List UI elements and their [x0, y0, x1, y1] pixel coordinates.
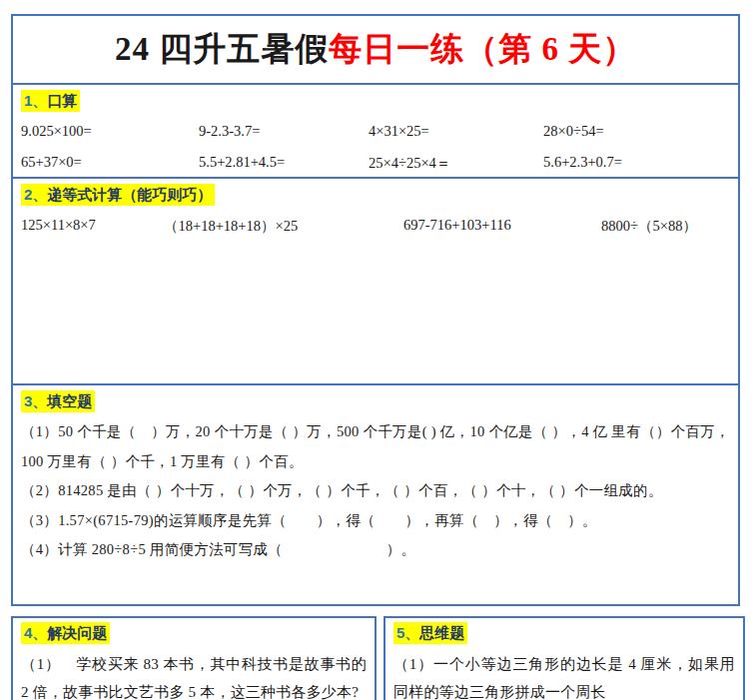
- section4-number: 4、: [24, 624, 47, 641]
- oral-problem: 25×4÷25×4＝: [369, 154, 543, 173]
- fill-blank-item: （3）1.57×(6715-79)的运算顺序是先算（ ），得（ ），再算（ ），…: [21, 506, 730, 536]
- section2-number: 2、: [24, 186, 47, 203]
- fill-blank-items: （1）50 个千是（ ）万，20 个十万是（ ）万，500 个千万是( ) 亿，…: [21, 417, 730, 565]
- stepwise-problem: 125×11×8×7: [21, 217, 164, 236]
- section3-number: 3、: [24, 392, 47, 409]
- section1-heading: 1、口算: [21, 90, 80, 112]
- section-fill-blanks: 3、填空题 （1）50 个千是（ ）万，20 个十万是（ ）万，500 个千万是…: [13, 383, 738, 604]
- section4-title: 解决问题: [47, 624, 107, 641]
- stepwise-problem: 697-716+103+116: [403, 217, 601, 236]
- section1-title: 口算: [47, 92, 77, 109]
- oral-calc-problems: 9.025×100= 9-2.3-3.7= 4×31×25= 28×0÷54= …: [21, 123, 730, 173]
- fill-blank-item: （1）50 个千是（ ）万，20 个十万是（ ）万，500 个千万是( ) 亿，…: [21, 417, 730, 476]
- section2-heading: 2、递等式计算（能巧则巧）: [21, 184, 215, 206]
- title-black-part: 24 四升五暑假: [115, 27, 329, 72]
- title-red-part: 每日一练（第 6 天）: [329, 27, 636, 72]
- oral-problem: 28×0÷54=: [543, 123, 730, 140]
- oral-problem: 65+37×0=: [21, 154, 199, 173]
- section3-title: 填空题: [47, 392, 92, 409]
- section3-heading: 3、填空题: [21, 390, 95, 412]
- worksheet-table: 24 四升五暑假每日一练（第 6 天） 1、口算 9.025×100= 9-2.…: [11, 14, 740, 606]
- section-oral-calc: 1、口算 9.025×100= 9-2.3-3.7= 4×31×25= 28×0…: [13, 83, 738, 177]
- section-thinking: 5、思维题 （1）一个小等边三角形的边长是 4 厘米，如果用同样的等边三角形拼成…: [383, 616, 745, 700]
- section4-heading: 4、解决问题: [21, 622, 110, 644]
- section2-title: 递等式计算（能巧则巧）: [47, 186, 212, 203]
- section-word-problems: 4、解决问题 （1） 学校买来 83 本书，其中科技书是故事书的 2 倍，故事书…: [11, 616, 377, 700]
- oral-problem: 9-2.3-3.7=: [199, 123, 369, 140]
- stepwise-problem: 8800÷（5×88）: [601, 217, 730, 236]
- section1-number: 1、: [24, 92, 47, 109]
- thinking-problem-text: （1）一个小等边三角形的边长是 4 厘米，如果用同样的等边三角形拼成一个周长: [393, 651, 735, 700]
- oral-problem: 9.025×100=: [21, 123, 199, 140]
- bottom-sections: 4、解决问题 （1） 学校买来 83 本书，其中科技书是故事书的 2 倍，故事书…: [11, 616, 745, 700]
- stepwise-problems: 125×11×8×7 （18+18+18+18）×25 697-716+103+…: [21, 217, 730, 236]
- worksheet-page: 24 四升五暑假每日一练（第 6 天） 1、口算 9.025×100= 9-2.…: [0, 0, 756, 700]
- oral-problem: 5.6+2.3+0.7=: [543, 154, 730, 173]
- fill-blank-item: （4）计算 280÷8÷5 用简便方法可写成（ ）。: [21, 535, 730, 565]
- oral-problem: 5.5+2.81+4.5=: [199, 154, 369, 173]
- stepwise-problem: （18+18+18+18）×25: [164, 217, 403, 236]
- section5-title: 思维题: [419, 624, 464, 641]
- section-stepwise-calc: 2、递等式计算（能巧则巧） 125×11×8×7 （18+18+18+18）×2…: [13, 177, 738, 383]
- worksheet-title: 24 四升五暑假每日一练（第 6 天）: [13, 16, 738, 83]
- section5-heading: 5、思维题: [393, 622, 467, 644]
- fill-blank-item: （2）814285 是由（ ）个十万，（ ）个万，（ ）个千，（ ）个百，（ ）…: [21, 476, 730, 506]
- oral-problem: 4×31×25=: [369, 123, 543, 140]
- word-problem-text: （1） 学校买来 83 本书，其中科技书是故事书的 2 倍，故事书比文艺书多 5…: [21, 651, 367, 700]
- section5-number: 5、: [396, 624, 419, 641]
